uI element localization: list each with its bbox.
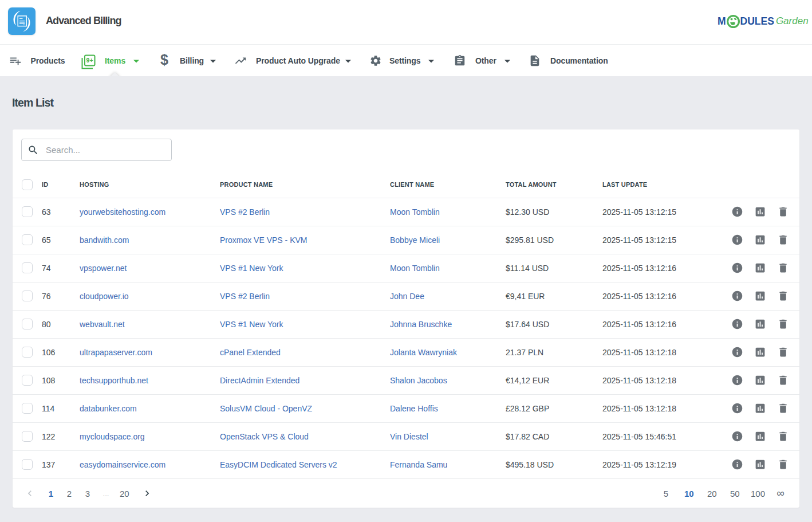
svg-text:9+: 9+ — [86, 57, 93, 64]
